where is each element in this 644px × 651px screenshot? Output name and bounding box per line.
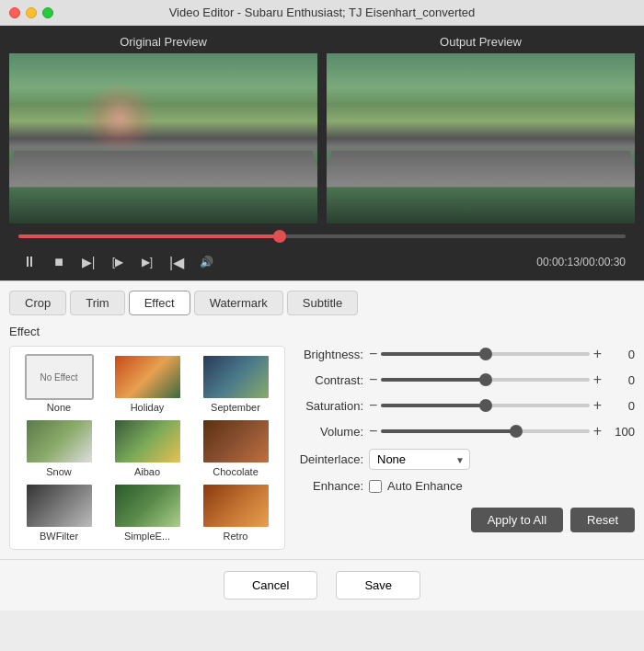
effect-item-none[interactable]: No Effect None — [17, 354, 100, 413]
tab-subtitle[interactable]: Subtitle — [287, 291, 358, 315]
brightness-label: Brightness: — [294, 348, 363, 361]
skip-start-button[interactable]: |◀ — [166, 251, 188, 273]
brightness-value: 0 — [607, 348, 635, 361]
deinterlace-row: Deinterlace: None Yadif Yadif2x ▼ — [294, 449, 635, 470]
effect-thumb-none: No Effect — [25, 354, 94, 400]
tab-trim[interactable]: Trim — [70, 291, 125, 315]
saturation-label: Saturation: — [294, 399, 363, 413]
deinterlace-label: Deinterlace: — [294, 452, 363, 466]
brightness-slider-container: − + — [369, 346, 602, 362]
effect-content: No Effect None Holiday September — [9, 346, 635, 550]
original-preview-label: Original Preview — [120, 35, 207, 49]
output-preview-panel: Output Preview — [327, 35, 635, 223]
contrast-plus[interactable]: + — [593, 371, 602, 388]
effect-thumb-chocolate — [201, 418, 270, 464]
effect-section-label: Effect — [9, 325, 635, 338]
effect-thumb-holiday — [113, 354, 182, 400]
saturation-row: Saturation: − + 0 — [294, 397, 635, 414]
volume-value: 100 — [607, 425, 635, 439]
pause-button[interactable]: ⏸ — [18, 251, 40, 273]
volume-minus[interactable]: − — [369, 423, 377, 440]
brightness-plus[interactable]: + — [593, 346, 602, 362]
contrast-slider-track[interactable] — [381, 378, 589, 382]
effect-item-bwfilter[interactable]: BWFilter — [17, 483, 100, 542]
volume-slider-track[interactable] — [381, 429, 589, 433]
brightness-row: Brightness: − + 0 — [294, 346, 635, 362]
action-row: Apply to All Reset — [294, 508, 635, 532]
apply-to-all-button[interactable]: Apply to All — [471, 508, 563, 532]
controls-row: ⏸ ■ ▶| [▶ ▶] |◀ 🔊 00:00:13/00:00:30 — [18, 251, 626, 273]
progress-thumb[interactable] — [273, 230, 286, 243]
output-preview-label: Output Preview — [440, 35, 522, 49]
effect-thumb-snow — [25, 418, 94, 464]
effect-item-aibao[interactable]: Aibao — [106, 418, 189, 477]
original-preview-video — [9, 53, 317, 223]
auto-enhance-text: Auto Enhance — [387, 479, 463, 493]
brightness-slider-track[interactable] — [381, 352, 589, 356]
output-preview-video — [327, 53, 635, 223]
brightness-minus[interactable]: − — [369, 346, 377, 362]
volume-row: Volume: − + 100 — [294, 423, 635, 440]
traffic-lights — [9, 7, 53, 18]
effect-item-september[interactable]: September — [194, 354, 277, 413]
progress-bar-track[interactable] — [18, 234, 626, 238]
progress-bar-container[interactable] — [18, 227, 626, 246]
contrast-slider-container: − + — [369, 371, 602, 388]
effect-grid: No Effect None Holiday September — [9, 346, 285, 550]
close-button[interactable] — [9, 7, 20, 18]
next-frame-button[interactable]: ▶| — [77, 251, 99, 273]
reset-button[interactable]: Reset — [570, 508, 635, 532]
contrast-minus[interactable]: − — [369, 371, 377, 388]
tab-effect[interactable]: Effect — [129, 291, 190, 315]
effect-item-chocolate[interactable]: Chocolate — [194, 418, 277, 477]
effect-thumb-bwfilter — [25, 483, 94, 529]
volume-label: Volume: — [294, 425, 363, 439]
tab-watermark[interactable]: Watermark — [194, 291, 283, 315]
effect-label-chocolate: Chocolate — [213, 466, 259, 477]
saturation-minus[interactable]: − — [369, 397, 377, 414]
contrast-value: 0 — [607, 373, 635, 387]
tabs: Crop Trim Effect Watermark Subtitle — [9, 291, 635, 315]
effect-item-snow[interactable]: Snow — [17, 418, 100, 477]
effect-label-september: September — [211, 402, 260, 413]
control-buttons: ⏸ ■ ▶| [▶ ▶] |◀ 🔊 — [18, 251, 217, 273]
controls-bar: ⏸ ■ ▶| [▶ ▶] |◀ 🔊 00:00:13/00:00:30 — [9, 223, 635, 280]
contrast-label: Contrast: — [294, 373, 363, 387]
effect-label-retro: Retro — [224, 531, 248, 542]
tab-crop[interactable]: Crop — [9, 291, 66, 315]
volume-slider-container: − + — [369, 423, 602, 440]
cancel-button[interactable]: Cancel — [224, 571, 317, 600]
effect-item-simplee[interactable]: SimpleE... — [106, 483, 189, 542]
titlebar: Video Editor - Subaru Enthusiast; TJ Eis… — [0, 0, 644, 26]
deinterlace-select-wrapper: None Yadif Yadif2x ▼ — [369, 449, 470, 470]
effect-grid-section: No Effect None Holiday September — [9, 346, 285, 550]
minimize-button[interactable] — [26, 7, 37, 18]
trim-end-button[interactable]: ▶] — [136, 251, 158, 273]
effect-item-retro[interactable]: Retro — [194, 483, 277, 542]
deinterlace-select[interactable]: None Yadif Yadif2x — [369, 449, 470, 470]
save-button[interactable]: Save — [336, 571, 420, 600]
preview-area: Original Preview Output Preview — [0, 26, 644, 280]
effect-label-aibao: Aibao — [134, 466, 160, 477]
contrast-row: Contrast: − + 0 — [294, 371, 635, 388]
volume-button[interactable]: 🔊 — [195, 251, 217, 273]
effect-label-simplee: SimpleE... — [124, 531, 170, 542]
auto-enhance-checkbox[interactable] — [369, 480, 382, 493]
saturation-slider-track[interactable] — [381, 404, 589, 407]
original-preview-panel: Original Preview — [9, 35, 317, 223]
editor-panel: Crop Trim Effect Watermark Subtitle Effe… — [0, 280, 644, 559]
stop-button[interactable]: ■ — [48, 251, 70, 273]
saturation-plus[interactable]: + — [593, 397, 602, 414]
window-title: Video Editor - Subaru Enthusiast; TJ Eis… — [169, 6, 476, 19]
maximize-button[interactable] — [42, 7, 53, 18]
volume-plus[interactable]: + — [593, 423, 602, 440]
saturation-slider-container: − + — [369, 397, 602, 414]
trim-start-button[interactable]: [▶ — [107, 251, 129, 273]
time-display: 00:00:13/00:00:30 — [536, 256, 626, 268]
enhance-row: Enhance: Auto Enhance — [294, 479, 635, 493]
effect-thumb-simplee — [113, 483, 182, 529]
enhance-label: Enhance: — [294, 479, 363, 493]
effect-thumb-retro — [201, 483, 270, 529]
effect-label-snow: Snow — [46, 466, 72, 477]
effect-item-holiday[interactable]: Holiday — [106, 354, 189, 413]
